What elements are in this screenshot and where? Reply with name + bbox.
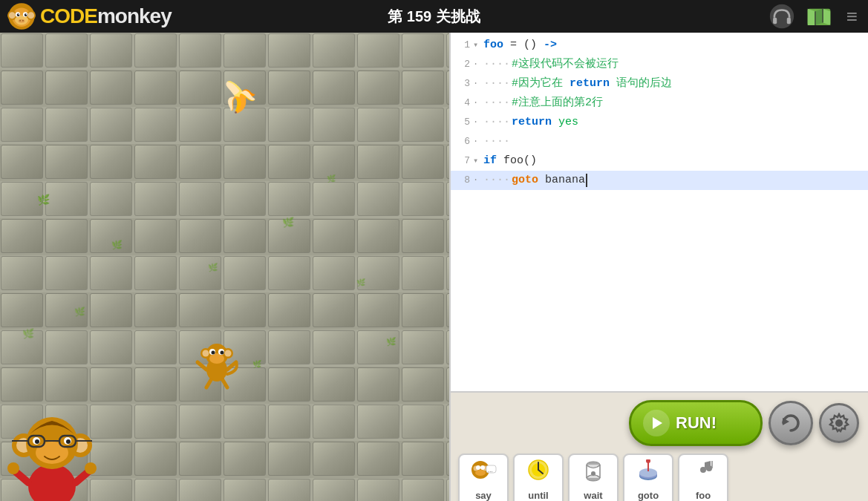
svg-point-15 bbox=[22, 20, 24, 22]
logo-text: CODEmonkey bbox=[40, 4, 172, 28]
svg-point-63 bbox=[225, 350, 232, 357]
block-until-label: until bbox=[528, 490, 548, 501]
foo-icon bbox=[690, 459, 717, 488]
settings-button[interactable] bbox=[819, 403, 859, 443]
block-until[interactable]: until bbox=[513, 453, 564, 501]
svg-line-69 bbox=[198, 362, 206, 370]
svg-text:🌿: 🌿 bbox=[22, 327, 35, 340]
svg-point-68 bbox=[221, 351, 224, 355]
code-panel: 1 ▾ foo = () -> 2 · ···· #这段代码不会被运行 3 · … bbox=[449, 33, 868, 501]
block-say[interactable]: ... say bbox=[458, 453, 509, 501]
svg-point-91 bbox=[7, 462, 19, 474]
code-line-1: 1 ▾ foo = () -> bbox=[451, 36, 868, 55]
code-line-4: 4 · ···· #注意上面的第2行 bbox=[451, 94, 868, 113]
svg-point-14 bbox=[19, 20, 21, 22]
svg-text:🌿: 🌿 bbox=[252, 359, 262, 369]
code-line-6: 6 · ···· bbox=[451, 132, 868, 151]
svg-line-72 bbox=[223, 380, 227, 387]
run-button[interactable]: RUN! bbox=[629, 400, 763, 446]
svg-text:...: ... bbox=[488, 467, 493, 474]
svg-rect-37 bbox=[0, 107, 449, 144]
wait-icon bbox=[580, 459, 607, 488]
svg-point-105 bbox=[476, 465, 480, 470]
map-button[interactable] bbox=[806, 4, 832, 29]
svg-point-73 bbox=[28, 464, 76, 501]
svg-marker-22 bbox=[823, 9, 830, 25]
svg-text:🌿: 🌿 bbox=[386, 336, 397, 347]
topbar-right: ≡ bbox=[769, 4, 861, 29]
svg-text:🌿: 🌿 bbox=[282, 216, 295, 229]
code-line-2: 2 · ···· #这段代码不会被运行 bbox=[451, 55, 868, 74]
svg-text:🌿: 🌿 bbox=[356, 278, 366, 287]
svg-point-67 bbox=[212, 351, 215, 355]
code-line-8[interactable]: 8 · ···· goto banana bbox=[451, 171, 868, 190]
svg-point-106 bbox=[480, 465, 485, 470]
logo-icon bbox=[7, 2, 36, 30]
block-foo[interactable]: foo bbox=[678, 453, 728, 501]
logo-area: CODEmonkey bbox=[7, 2, 172, 30]
svg-point-12 bbox=[26, 14, 27, 15]
block-say-label: say bbox=[475, 490, 492, 501]
svg-point-4 bbox=[9, 12, 16, 19]
svg-rect-18 bbox=[787, 18, 791, 24]
svg-point-107 bbox=[475, 470, 486, 476]
svg-point-64 bbox=[209, 353, 224, 364]
small-monkey-character bbox=[193, 334, 245, 386]
blocks-area: ... say until bbox=[451, 451, 868, 501]
svg-marker-97 bbox=[653, 417, 662, 429]
svg-text:🌿: 🌿 bbox=[74, 306, 85, 317]
topbar: CODEmonkey 第 159 关挑战 ≡ bbox=[0, 0, 868, 33]
challenge-title: 第 159 关挑战 bbox=[388, 7, 480, 27]
svg-text:🌿: 🌿 bbox=[37, 194, 50, 206]
svg-point-124 bbox=[700, 467, 706, 473]
svg-line-71 bbox=[206, 380, 211, 387]
svg-text:🌿: 🌿 bbox=[111, 239, 123, 250]
svg-rect-17 bbox=[773, 18, 777, 24]
svg-point-88 bbox=[66, 439, 71, 444]
svg-point-99 bbox=[835, 419, 843, 427]
svg-point-11 bbox=[19, 14, 19, 15]
play-icon bbox=[643, 410, 670, 436]
svg-rect-42 bbox=[0, 292, 449, 330]
cursor-caret bbox=[586, 174, 587, 187]
svg-marker-20 bbox=[808, 9, 815, 25]
block-goto[interactable]: goto bbox=[623, 453, 673, 501]
run-area: RUN! bbox=[451, 393, 868, 451]
menu-button[interactable]: ≡ bbox=[843, 5, 861, 28]
svg-point-10 bbox=[25, 13, 27, 16]
svg-rect-41 bbox=[0, 255, 449, 292]
block-foo-label: foo bbox=[696, 490, 711, 501]
svg-point-87 bbox=[35, 439, 39, 444]
main-monkey-character bbox=[7, 405, 89, 501]
code-editor[interactable]: 1 ▾ foo = () -> 2 · ···· #这段代码不会被运行 3 · … bbox=[451, 33, 868, 391]
svg-marker-21 bbox=[815, 9, 823, 25]
svg-point-118 bbox=[591, 471, 595, 476]
game-panel: 🌿 🌿 🌿 🌿 🌿 🌿 🌿 🌿 🌿 🌿 🍌 bbox=[0, 33, 449, 501]
svg-point-79 bbox=[36, 442, 68, 464]
headphone-button[interactable] bbox=[769, 4, 794, 29]
bottom-panel: RUN! bbox=[451, 391, 868, 501]
block-goto-label: goto bbox=[638, 490, 659, 501]
reset-button[interactable] bbox=[769, 401, 813, 445]
block-wait[interactable]: wait bbox=[568, 453, 619, 501]
svg-point-5 bbox=[27, 12, 34, 19]
svg-point-13 bbox=[19, 19, 25, 23]
main-area: 🌿 🌿 🌿 🌿 🌿 🌿 🌿 🌿 🌿 🌿 🍌 bbox=[0, 33, 868, 501]
svg-point-123 bbox=[646, 459, 650, 463]
say-icon: ... bbox=[470, 459, 497, 488]
svg-text:🌿: 🌿 bbox=[327, 174, 336, 183]
code-line-3: 3 · ···· #因为它在 return 语句的后边 bbox=[451, 74, 868, 94]
game-canvas: 🌿 🌿 🌿 🌿 🌿 🌿 🌿 🌿 🌿 🌿 🍌 bbox=[0, 33, 449, 501]
goto-icon bbox=[635, 459, 662, 488]
code-line-7: 7 ▾ if foo() bbox=[451, 151, 868, 171]
until-icon bbox=[525, 459, 552, 488]
svg-point-62 bbox=[203, 350, 209, 357]
svg-rect-38 bbox=[0, 144, 449, 181]
svg-rect-35 bbox=[0, 33, 449, 70]
code-line-5: 5 · ···· return yes bbox=[451, 113, 868, 132]
svg-text:🌿: 🌿 bbox=[208, 262, 218, 272]
svg-rect-40 bbox=[0, 218, 449, 255]
svg-point-92 bbox=[85, 462, 97, 474]
svg-rect-39 bbox=[0, 181, 449, 218]
run-label: RUN! bbox=[676, 413, 717, 433]
